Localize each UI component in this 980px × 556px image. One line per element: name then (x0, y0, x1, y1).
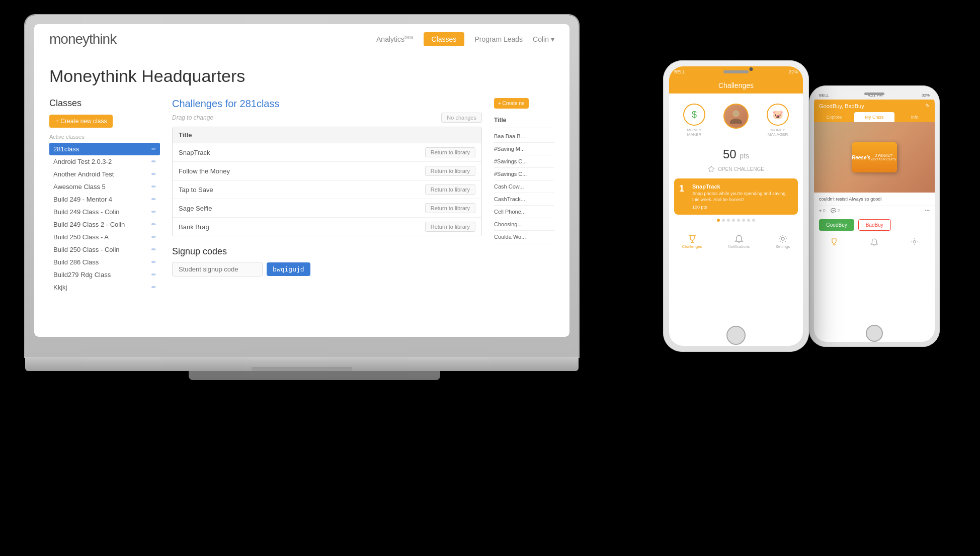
signup-section: Signup codes bwqigujd (172, 246, 482, 276)
edit-icon[interactable]: ✎ (925, 103, 930, 109)
tab-settings[interactable]: Settings (776, 234, 790, 249)
tab-challenges[interactable]: Challenges (682, 234, 702, 249)
class-item[interactable]: Kkjkj ✏ (49, 281, 160, 294)
stats-row: ♥ 0 💬 2 ••• (814, 206, 935, 215)
classes-column: Classes + Create new class Active classe… (49, 98, 160, 316)
product-image: Reese's 2 PEANUT BUTTER CUPS (814, 122, 935, 193)
phone-1: BELL 4:21 PM 22% Challenges $ (663, 60, 809, 352)
card-description: Snap photos while you're spending and sa… (692, 191, 793, 203)
col2-item: Baa Baa B... (494, 130, 554, 143)
piggy-bank-icon: 🐷 (772, 109, 783, 120)
class-item[interactable]: Build 250 Class - Colin ✏ (49, 243, 160, 256)
return-to-library-button[interactable]: Return to library (425, 184, 475, 195)
reeses-package: Reese's 2 PEANUT BUTTER CUPS (852, 142, 897, 172)
class-item[interactable]: Build279 Rdg Class ✏ (49, 268, 160, 281)
nav-user-dropdown[interactable]: Colin ▾ (533, 35, 554, 43)
card-title: SnapTrack (692, 183, 793, 190)
dollar-sign-icon: $ (692, 110, 697, 120)
tab-my-class[interactable]: My Class (854, 112, 894, 122)
class-item[interactable]: Build 286 Class ✏ (49, 256, 160, 268)
class-item[interactable]: 281class ✏ (49, 143, 160, 155)
comments-count: 💬 2 (831, 208, 840, 213)
money-manager-circle: 🐷 (767, 104, 789, 126)
class-item[interactable]: Awesome Class 5 ✏ (49, 180, 160, 193)
phone-2-shell: BELL 4:21 PM 32% GoodBuy, BadBuy ✎ Explo… (809, 85, 940, 347)
app-header: moneythink Analyticsbeta Classes Program… (34, 24, 569, 54)
likes-count: ♥ 0 (819, 208, 826, 213)
challenge-card: 1 SnapTrack Snap photos while you're spe… (674, 178, 798, 215)
create-new-button-2[interactable]: + Create ne (494, 98, 529, 109)
dot-7 (747, 219, 750, 222)
trophy-icon (708, 165, 715, 172)
edit-icon: ✏ (151, 221, 156, 228)
money-manager-label: MONEYMANAGER (768, 128, 788, 137)
home-button[interactable] (726, 326, 746, 345)
tab-notifications[interactable]: Notifications (728, 234, 750, 249)
return-to-library-button[interactable]: Return to library (425, 222, 475, 232)
home-button-2[interactable] (866, 325, 883, 342)
carrier-2-label: BELL (819, 93, 829, 98)
tab-info[interactable]: Info (894, 112, 935, 122)
no-changes-button[interactable]: No changes (441, 113, 482, 123)
signup-row: bwqigujd (172, 262, 482, 276)
col2-item: #Savings C... (494, 168, 554, 180)
col2-item: CashTrack... (494, 193, 554, 206)
class-item[interactable]: Android Test 2.0.3-2 ✏ (49, 155, 160, 168)
class-item[interactable]: Build 249 Class - Colin ✏ (49, 206, 160, 218)
challenges-table: Title SnapTrack Return to library Follow… (172, 127, 482, 236)
class-item[interactable]: Build 249 - Mentor 4 ✏ (49, 193, 160, 206)
more-options-icon[interactable]: ••• (925, 208, 930, 213)
svg-point-4 (781, 237, 784, 240)
bad-buy-button[interactable]: BadBuy (858, 219, 891, 231)
challenges-column: Challenges for 281class Drag to change N… (172, 98, 482, 316)
user-avatar-icon (728, 109, 744, 124)
edit-icon: ✏ (151, 209, 156, 215)
tab2-settings[interactable] (911, 238, 919, 246)
return-to-library-button[interactable]: Return to library (425, 166, 475, 176)
good-buy-button[interactable]: GoodBuy (819, 219, 854, 231)
tab-explore[interactable]: Explore (814, 112, 854, 122)
chevron-down-icon: ▾ (551, 35, 554, 43)
app-nav: Analyticsbeta Classes Program Leads Coli… (376, 32, 554, 46)
money-maker-icon-item: $ MONEYMAKER (683, 104, 705, 137)
col2-item: #Saving M... (494, 143, 554, 155)
svg-point-7 (914, 241, 916, 243)
class-item[interactable]: Another Android Test ✏ (49, 168, 160, 180)
class-item[interactable]: Build 250 Class - A ✏ (49, 231, 160, 243)
dot-6 (742, 219, 745, 222)
signup-code-input[interactable] (172, 262, 263, 276)
signup-heading: Signup codes (172, 246, 482, 257)
edit-icon: ✏ (151, 171, 156, 177)
edit-icon: ✏ (151, 146, 156, 152)
edit-icon: ✏ (151, 259, 156, 265)
table-row: Bank Brag Return to library (173, 218, 481, 236)
laptop-stand (189, 371, 440, 380)
tab2-notifications[interactable] (870, 238, 878, 246)
battery-label: 22% (789, 69, 798, 74)
vote-buttons: GoodBuy BadBuy (814, 215, 935, 235)
table-row: Tap to Save Return to library (173, 180, 481, 199)
speaker-icon (723, 70, 749, 73)
return-to-library-button[interactable]: Return to library (425, 147, 475, 157)
two-col-layout: Classes + Create new class Active classe… (49, 98, 554, 316)
class-item[interactable]: Build 249 Class 2 - Colin ✏ (49, 218, 160, 231)
app-logo: moneythink (49, 31, 116, 47)
gear-tab-icon (778, 234, 787, 243)
return-to-library-button[interactable]: Return to library (425, 203, 475, 213)
phone1-tabbar: Challenges Notifications (669, 231, 803, 252)
phone-1-shell: BELL 4:21 PM 22% Challenges $ (663, 60, 809, 352)
svg-point-0 (732, 110, 740, 117)
col2-item: Cell Phone... (494, 206, 554, 218)
nav-classes-btn[interactable]: Classes (424, 32, 465, 46)
phone1-icons-row: $ MONEYMAKER (674, 99, 798, 142)
phone-2: BELL 4:21 PM 32% GoodBuy, BadBuy ✎ Explo… (809, 85, 940, 347)
col2-item: Choosing... (494, 218, 554, 231)
nav-analytics[interactable]: Analyticsbeta (376, 35, 414, 43)
create-class-button[interactable]: + Create new class (49, 115, 113, 128)
tab2-trophy[interactable] (830, 238, 838, 246)
laptop-body: moneythink Analyticsbeta Classes Program… (25, 15, 579, 357)
nav-program-leads[interactable]: Program Leads (474, 35, 523, 43)
card-number: 1 (679, 183, 684, 194)
laptop: moneythink Analyticsbeta Classes Program… (25, 15, 604, 407)
money-maker-label: MONEYMAKER (687, 128, 701, 137)
